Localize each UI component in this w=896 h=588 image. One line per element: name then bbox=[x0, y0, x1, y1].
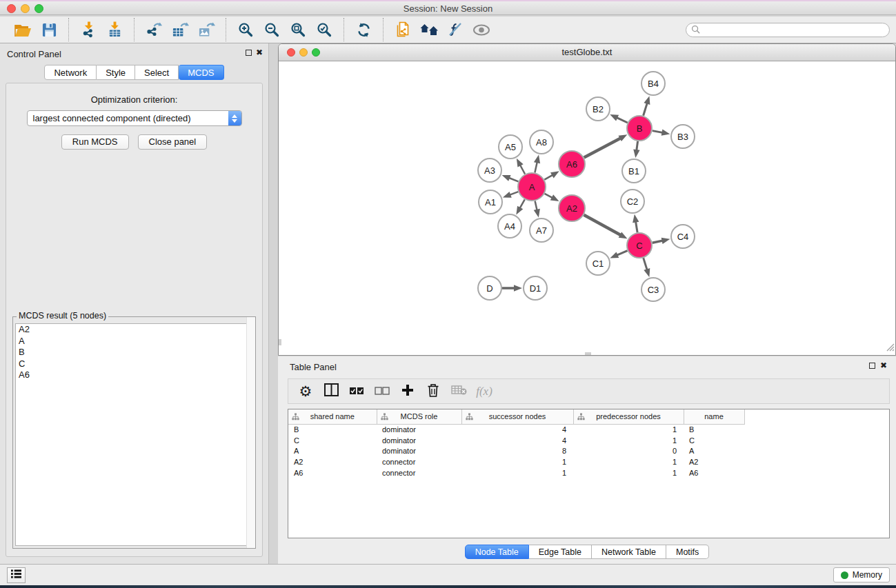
table-cell[interactable]: 1 bbox=[573, 467, 684, 478]
graph-node-A3[interactable]: A3 bbox=[478, 159, 501, 182]
export-table-button[interactable] bbox=[167, 18, 193, 41]
add-column-button[interactable] bbox=[397, 381, 418, 402]
table-cell[interactable]: 1 bbox=[461, 456, 573, 467]
result-item[interactable]: A2 bbox=[16, 324, 252, 336]
graph-node-B2[interactable]: B2 bbox=[586, 97, 610, 121]
table-cell[interactable]: dominator bbox=[377, 435, 461, 446]
close-panel-icon[interactable]: ✖ bbox=[880, 361, 887, 370]
table-settings-button[interactable] bbox=[295, 381, 316, 402]
tab-network-table[interactable]: Network Table bbox=[592, 545, 666, 559]
graph-edge-A6-B[interactable] bbox=[584, 139, 621, 158]
network-window-titlebar[interactable]: testGlobe.txt bbox=[279, 44, 895, 61]
column-header-shared-name[interactable]: shared name bbox=[288, 409, 377, 424]
result-item[interactable]: C bbox=[16, 358, 252, 370]
table-cell[interactable]: B bbox=[684, 424, 744, 435]
table-cell[interactable]: dominator bbox=[377, 446, 461, 457]
graph-node-A5[interactable]: A5 bbox=[499, 135, 522, 159]
tab-node-table[interactable]: Node Table bbox=[465, 545, 529, 559]
table-row[interactable]: A2connector11A2 bbox=[288, 456, 744, 467]
search-input[interactable] bbox=[703, 24, 889, 36]
graph-edge-A-A5[interactable] bbox=[520, 165, 525, 174]
graph-node-B3[interactable]: B3 bbox=[671, 125, 695, 148]
export-image-button[interactable] bbox=[193, 18, 219, 41]
graph-edge-A-A4[interactable] bbox=[520, 199, 525, 208]
float-panel-icon[interactable] bbox=[246, 50, 252, 56]
table-cell[interactable]: 1 bbox=[573, 424, 684, 435]
zoom-out-button[interactable] bbox=[259, 18, 285, 41]
tab-select[interactable]: Select bbox=[135, 65, 179, 80]
graph-node-D[interactable]: D bbox=[478, 276, 501, 300]
delete-table-button[interactable] bbox=[448, 381, 469, 402]
column-header-mcds-role[interactable]: MCDS role bbox=[377, 409, 461, 424]
result-scrollbar[interactable] bbox=[246, 317, 255, 548]
table-row[interactable]: A6connector11A6 bbox=[288, 467, 744, 478]
tab-network[interactable]: Network bbox=[44, 65, 97, 80]
graph-node-C[interactable]: C bbox=[627, 233, 652, 258]
table-cell[interactable]: B bbox=[288, 424, 377, 435]
graph-edge-A-A1[interactable] bbox=[510, 192, 518, 195]
table-cell[interactable]: A bbox=[684, 446, 744, 457]
zoom-fit-button[interactable] bbox=[285, 18, 311, 41]
graph-node-C3[interactable]: C3 bbox=[641, 278, 665, 301]
table-cell[interactable]: 1 bbox=[573, 435, 684, 446]
graph-edge-B-B1[interactable] bbox=[637, 141, 638, 150]
show-columns-button[interactable] bbox=[321, 381, 341, 402]
graph-edge-A-A3[interactable] bbox=[509, 178, 519, 181]
table-cell[interactable]: 1 bbox=[573, 456, 684, 467]
graph-edge-C-C4[interactable] bbox=[653, 241, 663, 243]
result-item[interactable]: B bbox=[16, 347, 252, 358]
table-cell[interactable]: A2 bbox=[684, 456, 744, 467]
graph-edge-A-A2[interactable] bbox=[545, 194, 552, 198]
table-cell[interactable]: A bbox=[288, 446, 377, 457]
export-network-button[interactable] bbox=[141, 18, 167, 41]
graph-edge-A2-C[interactable] bbox=[584, 215, 621, 235]
graph-node-C2[interactable]: C2 bbox=[621, 190, 644, 213]
table-cell[interactable]: A6 bbox=[288, 467, 377, 478]
graph-node-A7[interactable]: A7 bbox=[530, 219, 553, 242]
table-cell[interactable]: dominator bbox=[377, 424, 461, 435]
memory-button[interactable]: Memory bbox=[833, 567, 890, 582]
graph-edge-A-A6[interactable] bbox=[544, 175, 552, 180]
function-builder-button[interactable]: f(x) bbox=[474, 381, 495, 402]
graph-node-A4[interactable]: A4 bbox=[498, 214, 521, 238]
close-panel-icon[interactable]: ✖ bbox=[256, 48, 263, 57]
table-cell[interactable]: C bbox=[684, 435, 744, 446]
network-canvas[interactable]: B4B2BB3A8A5A6A3B1AA1C2A2A4A7C4CC1C3DD1 bbox=[279, 62, 895, 355]
tab-motifs[interactable]: Motifs bbox=[666, 545, 709, 559]
task-history-button[interactable] bbox=[7, 567, 26, 583]
column-header-successor-nodes[interactable]: successor nodes bbox=[461, 409, 573, 424]
tab-style[interactable]: Style bbox=[97, 65, 135, 80]
graph-edge-B-B4[interactable] bbox=[644, 103, 648, 116]
graph-edge-C-C2[interactable] bbox=[636, 222, 638, 233]
resize-grip[interactable] bbox=[886, 342, 895, 354]
graph-node-A2[interactable]: A2 bbox=[559, 195, 585, 221]
float-panel-icon[interactable] bbox=[869, 363, 875, 369]
table-cell[interactable]: connector bbox=[377, 456, 461, 467]
import-network-button[interactable] bbox=[75, 18, 101, 41]
eye-button[interactable] bbox=[468, 18, 495, 41]
table-row[interactable]: Cdominator41C bbox=[288, 435, 744, 446]
graph-edge-B-B3[interactable] bbox=[653, 131, 663, 133]
close-panel-button[interactable]: Close panel bbox=[138, 134, 208, 150]
table-cell[interactable]: 4 bbox=[461, 435, 573, 446]
tab-mcds[interactable]: MCDS bbox=[179, 65, 223, 80]
table-cell[interactable]: 0 bbox=[573, 446, 684, 457]
table-cell[interactable]: A2 bbox=[288, 456, 377, 467]
column-header-predecessor-nodes[interactable]: predecessor nodes bbox=[573, 409, 684, 424]
refresh-button[interactable] bbox=[350, 18, 377, 41]
zoom-in-button[interactable] bbox=[232, 18, 259, 41]
tab-edge-table[interactable]: Edge Table bbox=[529, 545, 592, 559]
graph-edge-A-A8[interactable] bbox=[535, 162, 537, 172]
graph-edge-A-A7[interactable] bbox=[535, 201, 537, 210]
criterion-select[interactable]: largest connected component (directed) bbox=[27, 110, 242, 126]
run-mcds-button[interactable]: Run MCDS bbox=[61, 134, 129, 150]
table-cell[interactable]: 1 bbox=[461, 467, 573, 478]
result-item[interactable]: A6 bbox=[16, 369, 252, 381]
column-header-name[interactable]: name bbox=[684, 409, 744, 424]
graph-node-A8[interactable]: A8 bbox=[530, 130, 553, 154]
graph-node-A1[interactable]: A1 bbox=[479, 190, 502, 214]
open-folder-button[interactable] bbox=[10, 18, 36, 41]
graph-node-B[interactable]: B bbox=[627, 116, 652, 141]
table-cell[interactable]: connector bbox=[377, 467, 461, 478]
delete-column-button[interactable] bbox=[423, 381, 444, 402]
